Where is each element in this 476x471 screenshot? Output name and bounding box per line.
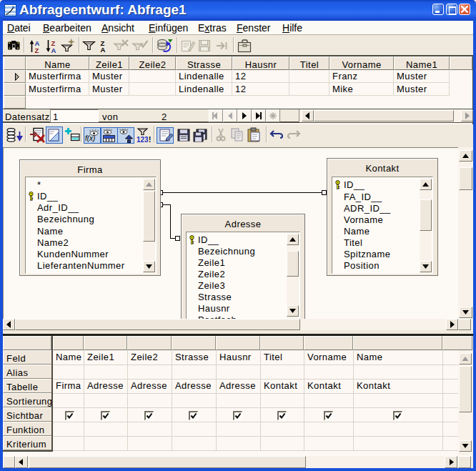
svg-text:123: 123 <box>137 136 149 144</box>
svg-text:A: A <box>101 46 106 53</box>
svg-text:!: ! <box>149 136 151 144</box>
svg-text:f(x): f(x) <box>85 134 95 142</box>
svg-text:A: A <box>51 46 56 54</box>
svg-text:Z: Z <box>35 46 39 54</box>
